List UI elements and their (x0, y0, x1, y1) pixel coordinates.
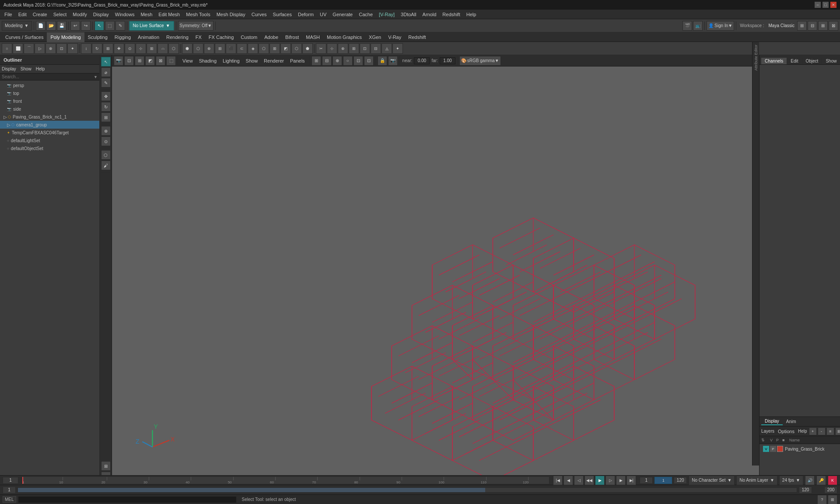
menu-modify[interactable]: Modify (70, 11, 89, 18)
tree-item-persp[interactable]: 📷 persp (0, 81, 99, 89)
attribute-editor-label[interactable]: Attribute Editor (753, 42, 759, 74)
select-tool-btn[interactable]: ↖ (101, 57, 111, 66)
multi-cut-btn[interactable]: ✂ (316, 43, 326, 54)
show-tab[interactable]: Show (822, 58, 840, 64)
open-file-button[interactable]: 📂 (46, 21, 56, 31)
layout-btn4[interactable]: ⊠ (829, 21, 838, 31)
reduce-btn[interactable]: ◈ (248, 43, 258, 54)
vp-btn4[interactable]: ⊠ (156, 56, 165, 66)
sound-btn[interactable]: 🔊 (805, 476, 815, 485)
paint-select-btn[interactable]: ✎ (116, 21, 125, 31)
offset-loop-btn[interactable]: ⊞ (349, 43, 359, 54)
tree-item-side[interactable]: 📷 side (0, 105, 99, 113)
tab-rigging[interactable]: Rigging (111, 32, 134, 42)
menu-deform[interactable]: Deform (295, 11, 316, 18)
connect-btn[interactable]: ⊹ (327, 43, 337, 54)
menu-generate[interactable]: Generate (330, 11, 355, 18)
poke-btn[interactable]: ✦ (392, 43, 403, 54)
vp-display-btn5[interactable]: ⊡ (354, 56, 363, 66)
tab-vray[interactable]: V-Ray (385, 32, 405, 42)
tab-xgen[interactable]: XGen (365, 32, 385, 42)
paint-select-tool[interactable]: ✎ (101, 78, 111, 88)
vp-display-btn2[interactable]: ⊟ (322, 56, 332, 66)
bridge-btn[interactable]: ⊞ (215, 43, 225, 54)
insert-loop-btn[interactable]: ⊕ (338, 43, 348, 54)
layer-opts-btn[interactable]: ⊞ (835, 427, 840, 435)
sign-in-btn[interactable]: 👤 Sign In ▼ (707, 21, 734, 31)
tree-item-front[interactable]: 📷 front (0, 97, 99, 105)
menu-edit-mesh[interactable]: Edit Mesh (156, 11, 182, 18)
shading-menu[interactable]: Shading (196, 57, 219, 64)
layers-label[interactable]: Layers (761, 429, 774, 434)
menu-edit[interactable]: Edit (16, 11, 29, 18)
near-clip-input[interactable] (414, 57, 430, 64)
channels-tab[interactable]: Channels (761, 58, 787, 64)
tab-bifrost[interactable]: Bifrost (282, 32, 302, 42)
tab-motion-graphics[interactable]: Motion Graphics (323, 32, 365, 42)
ipr-render-btn[interactable]: 📺 (693, 21, 703, 31)
menu-3dtoall[interactable]: 3DtoAll (398, 11, 419, 18)
retopo-btn[interactable]: ⬠ (259, 43, 269, 54)
snap-point-btn[interactable]: ⊹ (136, 43, 146, 54)
fill-hole-btn[interactable]: ⬛ (226, 43, 236, 54)
select-uv-btn[interactable]: ⊕ (46, 43, 56, 54)
vp-display-btn3[interactable]: ⊕ (332, 56, 342, 66)
rotate-tool-btn[interactable]: ↻ (101, 102, 111, 112)
bevel-btn[interactable]: ⬡ (193, 43, 203, 54)
menu-help[interactable]: Help (464, 11, 479, 18)
range-end-input[interactable] (674, 477, 687, 484)
del-layer-btn[interactable]: - (818, 427, 826, 435)
outliner-search-input[interactable] (2, 74, 72, 79)
vp-btn3[interactable]: ◩ (145, 56, 155, 66)
prev-key-btn[interactable]: ◁ (574, 476, 584, 485)
undo-button[interactable]: ↩ (70, 21, 80, 31)
redo-button[interactable]: ↪ (81, 21, 91, 31)
current-frame-display[interactable]: 1 (654, 477, 672, 484)
snap-curve-btn[interactable]: ⌓ (158, 43, 168, 54)
range-start-input[interactable] (640, 477, 653, 484)
far-clip-input[interactable] (440, 57, 455, 64)
select-obj-btn[interactable]: ○ (2, 43, 12, 54)
layout-icon1[interactable]: ⊞ (101, 461, 111, 471)
play-back-btn[interactable]: ◀◀ (584, 476, 594, 485)
merge-btn[interactable]: ⊕ (204, 43, 214, 54)
menu-arnold[interactable]: Arnold (420, 11, 439, 18)
anim-tab[interactable]: Anim (783, 418, 800, 425)
menu-mesh-display[interactable]: Mesh Display (214, 11, 248, 18)
menu-windows[interactable]: Windows (112, 11, 137, 18)
tab-mash[interactable]: MASH (302, 32, 323, 42)
vp-lock-btn[interactable]: 🔒 (378, 56, 387, 66)
options-label[interactable]: Options (778, 429, 794, 434)
auto-key-btn[interactable]: K (828, 476, 837, 485)
menu-vray[interactable]: [V-Ray] (376, 11, 397, 18)
tab-fx[interactable]: FX (192, 32, 205, 42)
menu-surfaces[interactable]: Surfaces (270, 11, 294, 18)
separate-btn[interactable]: ◩ (280, 43, 291, 54)
tab-poly-modeling[interactable]: Poly Modeling (47, 32, 84, 42)
anim-end-input[interactable] (799, 486, 812, 494)
slide-edge-btn[interactable]: ⊟ (371, 43, 381, 54)
wedge-btn[interactable]: ◬ (382, 43, 392, 54)
paint-tool-btn[interactable]: 🖌 (101, 161, 111, 170)
edit-layer-btn[interactable]: ≡ (826, 427, 834, 435)
vp-btn1[interactable]: ⊡ (124, 56, 134, 66)
outliner-display-menu[interactable]: Display (2, 66, 16, 71)
menu-display[interactable]: Display (91, 11, 112, 18)
transform-scale[interactable]: ⊞ (103, 43, 113, 54)
mel-input[interactable] (18, 496, 237, 503)
snap-poly-btn[interactable]: ⬡ (168, 43, 179, 54)
tab-sculpting[interactable]: Sculpting (84, 32, 111, 42)
snap-grid-btn[interactable]: ⊞ (147, 43, 157, 54)
move-tool-btn[interactable]: ✥ (101, 91, 111, 101)
help-label[interactable]: Help (798, 429, 807, 434)
show-menu[interactable]: Show (243, 57, 261, 64)
transform-universal[interactable]: ✚ (114, 43, 124, 54)
layer-visibility-toggle[interactable]: V (763, 446, 769, 452)
camera-selector[interactable]: 📷 (114, 56, 123, 66)
fps-dropdown[interactable]: 24 fps ▼ (779, 476, 803, 485)
select-vert-btn[interactable]: ⬜ (13, 43, 23, 54)
tab-rendering[interactable]: Rendering (163, 32, 192, 42)
select-uvshell-btn[interactable]: ⊡ (56, 43, 67, 54)
menu-redshift[interactable]: Redshift (440, 11, 462, 18)
goto-start-btn[interactable]: |◀ (553, 476, 563, 485)
